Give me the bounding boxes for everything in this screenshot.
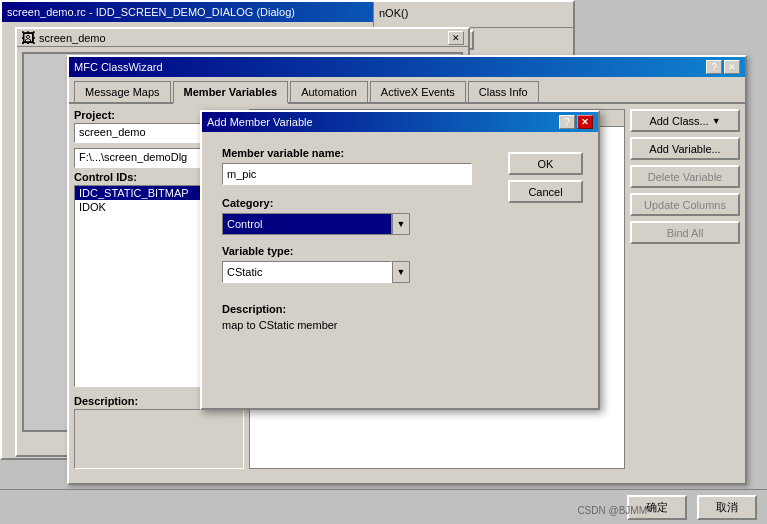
dialog-help-button[interactable]: ? <box>559 115 575 129</box>
add-variable-button[interactable]: Add Variable... <box>630 137 740 160</box>
child-titlebar: 🖼 screen_demo ✕ <box>17 29 468 47</box>
bottom-bar: 确定 CSDN @BJMM 取消 <box>0 489 767 524</box>
dialog-description-area: Description: map to CStatic member <box>222 303 578 331</box>
add-class-button[interactable]: Add Class... ▼ <box>630 109 740 132</box>
code-snippet: nOK() <box>379 7 408 19</box>
dialog-controls: ? ✕ <box>559 115 593 129</box>
bind-all-button[interactable]: Bind All <box>630 221 740 244</box>
classwizard-close-button[interactable]: ✕ <box>724 60 740 74</box>
child-title: screen_demo <box>39 32 106 44</box>
variable-type-dropdown-arrow[interactable]: ▼ <box>392 261 410 283</box>
dialog-buttons: OK Cancel <box>508 152 583 203</box>
dropdown-arrow-icon: ▼ <box>712 116 721 126</box>
tab-member-variables[interactable]: Member Variables <box>173 81 289 104</box>
tab-class-info[interactable]: Class Info <box>468 81 539 102</box>
variable-type-value: CStatic <box>222 261 392 283</box>
classwizard-controls: ? ✕ <box>706 60 740 74</box>
delete-variable-button[interactable]: Delete Variable <box>630 165 740 188</box>
tab-activex-events[interactable]: ActiveX Events <box>370 81 466 102</box>
variable-type-select-row: CStatic ▼ <box>222 261 578 283</box>
variable-type-field: Variable type: CStatic ▼ <box>222 245 578 283</box>
dialog-titlebar: Add Member Variable ? ✕ <box>202 112 598 132</box>
main-title: screen_demo.rc - IDD_SCREEN_DEMO_DIALOG … <box>7 6 295 18</box>
tab-message-maps[interactable]: Message Maps <box>74 81 171 102</box>
add-member-variable-dialog: Add Member Variable ? ✕ Member variable … <box>200 110 600 410</box>
cancel-button[interactable]: Cancel <box>508 180 583 203</box>
classwizard-right-buttons: Add Class... ▼ Add Variable... Delete Va… <box>630 109 740 469</box>
category-select-row: Control ▼ <box>222 213 578 235</box>
watermark: CSDN @BJMM <box>577 505 647 516</box>
classwizard-help-button[interactable]: ? <box>706 60 722 74</box>
classwizard-titlebar: MFC ClassWizard ? ✕ <box>69 57 745 77</box>
category-value: Control <box>222 213 392 235</box>
bottom-cancel-button[interactable]: 取消 <box>697 495 757 520</box>
variable-name-input[interactable] <box>222 163 472 185</box>
dialog-description-value: map to CStatic member <box>222 319 578 331</box>
classwizard-tabs: Message Maps Member Variables Automation… <box>69 77 745 104</box>
category-dropdown-arrow[interactable]: ▼ <box>392 213 410 235</box>
tab-automation[interactable]: Automation <box>290 81 368 102</box>
child-close-button[interactable]: ✕ <box>448 31 464 45</box>
ok-button[interactable]: OK <box>508 152 583 175</box>
update-columns-button[interactable]: Update Columns <box>630 193 740 216</box>
dialog-title: Add Member Variable <box>207 116 313 128</box>
dialog-close-button[interactable]: ✕ <box>577 115 593 129</box>
description-value <box>74 409 244 469</box>
classwizard-title: MFC ClassWizard <box>74 61 163 73</box>
